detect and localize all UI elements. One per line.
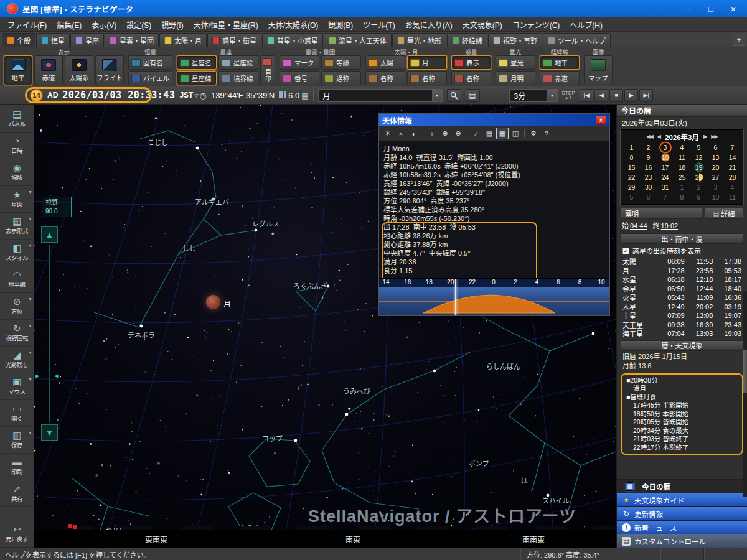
calendar-day[interactable]: 29 bbox=[623, 182, 640, 192]
calendar-day[interactable]: 16 bbox=[640, 162, 657, 172]
sidebar-item-fov-rotation[interactable]: ↻▾視野回転 bbox=[0, 320, 34, 347]
sidebar-item-undo[interactable]: ↩元に戻す bbox=[0, 521, 34, 548]
calendar-day[interactable]: 9 bbox=[690, 192, 707, 202]
calendar-day[interactable]: 26 bbox=[690, 172, 707, 182]
playback-first-button[interactable]: |◀ bbox=[580, 89, 593, 102]
scrollbar-thumb[interactable] bbox=[743, 350, 747, 393]
calendar-next-month-button[interactable]: ▶ bbox=[703, 134, 707, 139]
sidebar-item-azimuth[interactable]: ⊘▾方位 bbox=[0, 293, 34, 320]
sidebar-item-share[interactable]: ↗共有 bbox=[0, 480, 34, 507]
target-select[interactable]: 月 ▼ bbox=[318, 89, 443, 102]
calendar-day[interactable]: 3 bbox=[707, 182, 724, 192]
horizontal-grid-button[interactable]: 地平 bbox=[540, 55, 580, 70]
calendar-day[interactable]: 25 bbox=[674, 172, 690, 182]
chevron-down-icon[interactable]: ▼ bbox=[432, 90, 442, 101]
calendar-day[interactable]: 24 bbox=[657, 172, 674, 182]
calendar-day[interactable]: 10 bbox=[657, 152, 674, 162]
calendar-day[interactable]: 22 bbox=[623, 172, 640, 182]
tab-nebulae[interactable]: 星雲・星団 bbox=[105, 33, 159, 47]
calendar-day[interactable]: 10 bbox=[707, 192, 724, 202]
tool-copy-icon[interactable]: ◫ bbox=[509, 128, 522, 139]
calendar-day[interactable]: 2 bbox=[690, 182, 707, 192]
calendar-day[interactable]: 4 bbox=[724, 182, 741, 192]
tab-stars[interactable]: 恒星 bbox=[36, 33, 70, 47]
pan-up-button[interactable] bbox=[41, 226, 58, 243]
playback-play-button[interactable]: ▶ bbox=[624, 89, 638, 102]
tool-layout-icon[interactable]: ▤ bbox=[483, 128, 496, 139]
calendar-day[interactable]: 11 bbox=[724, 192, 741, 202]
menu-item-0[interactable]: ファイル(F) bbox=[2, 17, 52, 32]
sidebar-item-save[interactable]: ▥▾保存 bbox=[0, 427, 34, 454]
calendar-day[interactable]: 8 bbox=[623, 152, 640, 162]
common-name-button[interactable]: 通称 bbox=[321, 71, 361, 85]
calendar-day[interactable]: 6 bbox=[640, 192, 657, 202]
tool-shade-icon[interactable]: ◐ bbox=[408, 128, 420, 139]
number-button[interactable]: 番号 bbox=[280, 71, 319, 85]
menu-item-10[interactable]: 天文現象(P) bbox=[458, 17, 507, 32]
playback-stop-button[interactable]: ■ bbox=[609, 89, 623, 102]
calendar-day[interactable]: 23 bbox=[640, 172, 657, 182]
sun-name-button[interactable]: 名称 bbox=[365, 71, 405, 85]
tab-planets[interactable]: 惑星・衛星 bbox=[207, 33, 261, 47]
menu-item-8[interactable]: ツール(T) bbox=[358, 17, 400, 32]
tab-general[interactable]: 全般 bbox=[2, 33, 35, 47]
tab-daylight-terrain[interactable]: 昼光・地形 bbox=[392, 33, 446, 47]
tab-satellites[interactable]: 流星・人工天体 bbox=[324, 33, 392, 47]
star-chart[interactable]: こじしアルギエバレグルスししろくぶんぎデネボラうみへびらしんばんコップポンプほス… bbox=[34, 105, 616, 548]
chevron-down-icon[interactable]: ▼ bbox=[547, 90, 557, 101]
calendar-day[interactable]: 7 bbox=[657, 192, 674, 202]
calendar-day[interactable]: 7 bbox=[724, 142, 741, 152]
tool-image-icon[interactable]: ▦ bbox=[496, 128, 509, 139]
calendar-day[interactable]: 1 bbox=[623, 142, 640, 152]
sun-button[interactable]: 太陽 bbox=[365, 55, 405, 70]
pan-down-button[interactable] bbox=[41, 424, 58, 441]
mark-button[interactable]: マーク bbox=[280, 55, 319, 70]
planet-display-button[interactable]: 表示 bbox=[451, 55, 491, 70]
tab-sun-moon[interactable]: 太陽・月 bbox=[159, 33, 207, 47]
tab-tools-help[interactable]: ツール・ヘルプ bbox=[543, 33, 611, 47]
search-button[interactable] bbox=[447, 89, 461, 102]
sidebar-item-light-trail[interactable]: ◢▾光跡残し bbox=[0, 347, 34, 373]
tab-field-of-view[interactable]: 視野・写野 bbox=[488, 33, 542, 47]
planet-name-button[interactable]: 名称 bbox=[451, 71, 491, 85]
sidebar-item-open[interactable]: ▭開く bbox=[0, 400, 34, 427]
tool-sun-icon[interactable]: ☀ bbox=[382, 128, 394, 139]
sidebar-item-display-format[interactable]: ▦▾表示形式 bbox=[0, 213, 34, 240]
calendar-day[interactable]: 1 bbox=[674, 182, 690, 192]
sidebar-item-star-chart[interactable]: ★▾星図 bbox=[0, 186, 34, 213]
close-icon[interactable] bbox=[596, 116, 606, 125]
altitude-slider-track[interactable] bbox=[49, 245, 50, 422]
calendar-day[interactable]: 4 bbox=[674, 142, 690, 152]
menu-item-9[interactable]: お気に入り(A) bbox=[400, 17, 458, 32]
twilight-end-link[interactable]: 19:02 bbox=[661, 222, 679, 230]
tool-help-icon[interactable]: ? bbox=[540, 128, 553, 139]
calendar-day[interactable]: 28 bbox=[724, 172, 741, 182]
calendar-day[interactable]: 21 bbox=[724, 162, 741, 172]
timezone-control[interactable]: JST ▽ bbox=[179, 91, 207, 100]
playback-back-button[interactable]: ◀ bbox=[594, 89, 608, 102]
object-list-button[interactable] bbox=[466, 89, 480, 102]
location-coordinates[interactable]: 139°44'E 35°39'N bbox=[211, 91, 275, 100]
calendar-day[interactable]: 9 bbox=[640, 152, 657, 162]
menu-item-11[interactable]: コンテンツ(C) bbox=[507, 17, 565, 32]
menu-item-3[interactable]: 設定(S) bbox=[121, 17, 156, 32]
panel-scrollbar[interactable] bbox=[743, 291, 747, 497]
tab-comets[interactable]: 彗星・小惑星 bbox=[262, 33, 323, 47]
panel-nav-custom-control[interactable]: ▤カスタムコントロール bbox=[617, 534, 747, 548]
calendar-day[interactable]: 17 bbox=[657, 162, 674, 172]
tool-add-icon[interactable]: + bbox=[426, 128, 438, 139]
twilight-detail-button[interactable]: 詳細 bbox=[705, 208, 743, 219]
tool-hide-icon[interactable]: × bbox=[395, 128, 407, 139]
constellation-name-button[interactable]: 星座名 bbox=[177, 55, 217, 70]
menu-item-5[interactable]: 天体/恒星・星座(R) bbox=[189, 17, 263, 32]
moon-eclipse-disc[interactable] bbox=[206, 295, 220, 309]
minimize-icon[interactable] bbox=[677, 1, 700, 16]
calendar-day[interactable]: 20 bbox=[707, 162, 724, 172]
pin-toolbar-button[interactable]: + bbox=[733, 34, 745, 46]
daylight-toggle-button[interactable]: 昼光 bbox=[496, 55, 535, 70]
magnitude-button[interactable]: 等級 bbox=[321, 55, 361, 70]
calendar-day[interactable]: 5 bbox=[623, 192, 640, 202]
bayer-button[interactable]: バイエル bbox=[128, 71, 172, 85]
datetime-display[interactable]: 2026/03/03 20:33:43 bbox=[62, 90, 175, 101]
calendar-day[interactable]: 5 bbox=[690, 142, 707, 152]
